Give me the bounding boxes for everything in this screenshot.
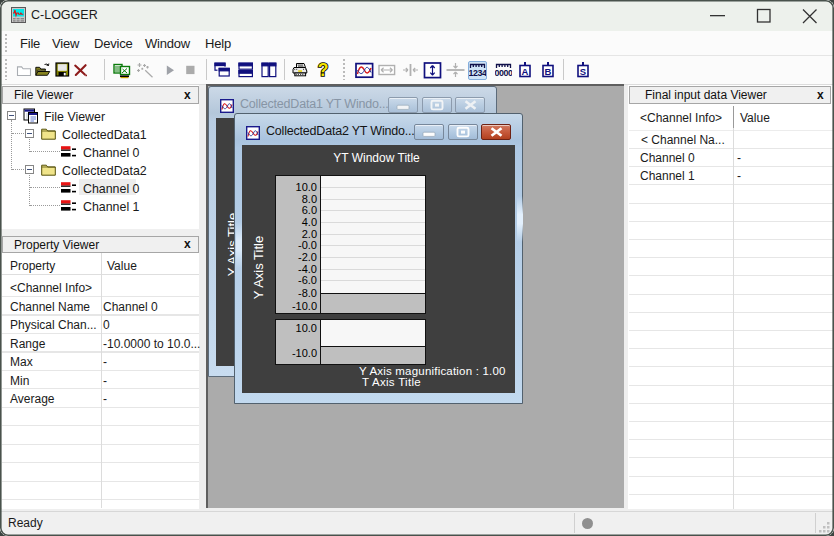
- svg-text:-10.0: -10.0: [292, 300, 317, 312]
- svg-text:S: S: [580, 66, 586, 77]
- svg-text:A: A: [522, 66, 529, 77]
- svg-text:-6.0: -6.0: [298, 274, 317, 286]
- svg-text:-8.0: -8.0: [298, 287, 317, 299]
- svg-text:2.0: 2.0: [302, 228, 317, 240]
- svg-text:4.0: 4.0: [302, 216, 317, 228]
- svg-text:10.0: 10.0: [296, 181, 317, 193]
- svg-text:-10.0: -10.0: [292, 347, 317, 359]
- svg-text:-4.0: -4.0: [298, 263, 317, 275]
- svg-text:0000: 0000: [495, 68, 512, 78]
- svg-text:8.0: 8.0: [302, 193, 317, 205]
- svg-text:-0.0: -0.0: [298, 239, 317, 251]
- svg-text:10.0: 10.0: [296, 322, 317, 334]
- svg-text:-2.0: -2.0: [298, 251, 317, 263]
- svg-text:B: B: [545, 66, 552, 77]
- svg-text:1234: 1234: [469, 68, 486, 78]
- svg-text:6.0: 6.0: [302, 204, 317, 216]
- svg-text:?: ?: [318, 62, 329, 78]
